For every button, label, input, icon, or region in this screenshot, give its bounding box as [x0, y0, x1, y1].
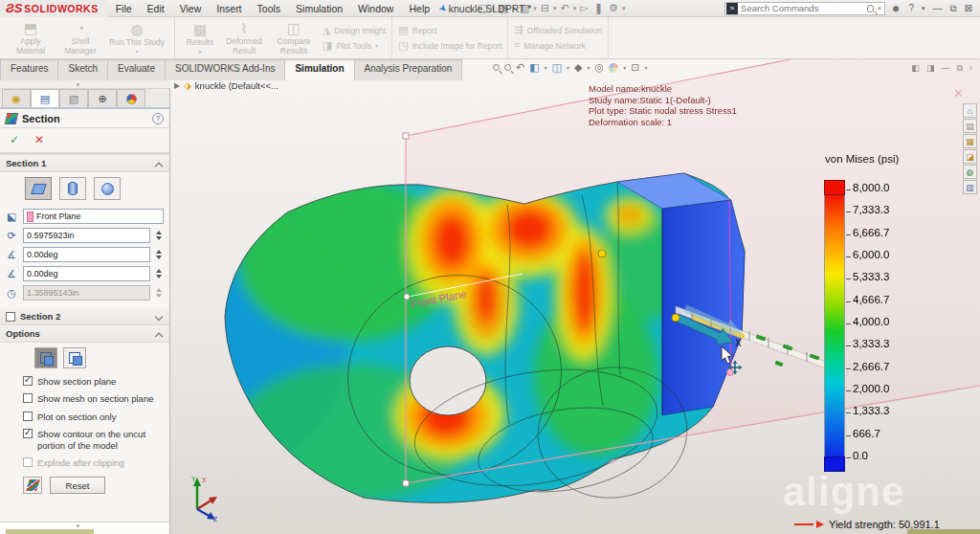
plane-corner-handle[interactable]	[403, 480, 409, 486]
previous-view-icon[interactable]: ↶	[516, 61, 524, 74]
section1-group-header[interactable]: Section 1	[0, 155, 169, 172]
help-icon[interactable]: ?	[908, 3, 914, 13]
show-contour-checkbox[interactable]	[23, 429, 33, 438]
hide-show-items-icon[interactable]: ◎	[595, 61, 605, 74]
tab-analysis-preparation[interactable]: Analysis Preparation	[354, 59, 463, 80]
compare-results-button[interactable]: ◫ Compare Results	[269, 20, 319, 56]
panel-splitter[interactable]	[0, 80, 170, 89]
task-pane-explorer-icon[interactable]: ◪	[963, 149, 977, 164]
menu-tools[interactable]: Tools	[250, 1, 289, 16]
search-icon[interactable]	[867, 5, 874, 12]
task-pane-library-icon[interactable]: ▦	[963, 134, 977, 148]
plane-corner-handle[interactable]	[403, 133, 409, 139]
section-view-icon[interactable]: ◧	[529, 61, 539, 74]
plot-on-section-option[interactable]: Plot on section only	[0, 408, 169, 425]
options-group-header[interactable]: Options	[0, 325, 169, 343]
close-preview-icon[interactable]: ✕	[953, 86, 964, 100]
report-button[interactable]: ▤ Report	[398, 24, 501, 36]
restore-button[interactable]: ⧉	[949, 3, 956, 14]
offset-spinner[interactable]	[154, 231, 164, 240]
pin-menu-icon[interactable]: ➤	[437, 2, 450, 15]
ok-button[interactable]: ✓	[10, 133, 19, 146]
open-icon[interactable]: ▤	[497, 2, 510, 14]
apply-material-button[interactable]: ⬒ Apply Material	[6, 20, 56, 56]
run-this-study-button[interactable]: ◍ Run This Study ▾	[105, 21, 168, 56]
graphics-viewport[interactable]: Front Plane X	[170, 59, 980, 534]
spherical-section-button[interactable]	[94, 177, 121, 200]
show-contour-option[interactable]: Show contour on the uncut portion of the…	[0, 425, 169, 454]
cylindrical-section-button[interactable]	[59, 177, 86, 200]
search-input[interactable]	[741, 3, 867, 13]
y-rotation-spinner[interactable]	[154, 269, 164, 278]
task-pane-resources-icon[interactable]: ▤	[963, 119, 977, 133]
menu-help[interactable]: Help	[401, 1, 437, 16]
feature-tree-flyout[interactable]: ▶ ⬗ knuckle (Default<<...	[174, 80, 278, 91]
show-mesh-option[interactable]: Show mesh on section plane	[0, 389, 169, 407]
edit-appearance-icon[interactable]	[609, 63, 618, 73]
expand-arrow-icon[interactable]: ▶	[174, 81, 180, 90]
zoom-to-area-icon[interactable]	[504, 64, 511, 71]
tab-simulation[interactable]: Simulation	[284, 59, 354, 80]
task-pane-home-icon[interactable]: ⌂	[963, 103, 977, 118]
menu-insert[interactable]: Insert	[209, 1, 249, 16]
property-manager-tab[interactable]: ▤	[31, 89, 59, 107]
results-button[interactable]: ▦ Results ▾	[181, 21, 219, 56]
doc-prev-icon[interactable]: ◧	[912, 63, 921, 74]
tree-item-label[interactable]: knuckle (Default<<...	[195, 80, 278, 91]
show-mesh-checkbox[interactable]	[23, 393, 33, 403]
plot-tools-button[interactable]: ◨ Plot Tools ▾	[323, 39, 386, 52]
options-gear-icon[interactable]: ⚙	[607, 2, 620, 14]
dimxpert-manager-tab[interactable]: ⊕	[88, 89, 117, 107]
planar-section-button[interactable]	[25, 177, 52, 200]
x-rotation-field[interactable]: 0.00deg	[23, 247, 150, 262]
new-document-icon[interactable]: ▢	[476, 2, 489, 14]
tab-features[interactable]: Features	[0, 59, 58, 80]
menu-simulation[interactable]: Simulation	[288, 1, 350, 16]
doc-next-icon[interactable]: ◨	[926, 63, 935, 74]
attach-icon[interactable]: ❚	[592, 2, 605, 14]
plane-drag-handle-dot[interactable]	[672, 314, 679, 322]
doc-minimize-icon[interactable]: —	[942, 63, 950, 74]
select-icon[interactable]: ▻	[578, 2, 590, 14]
undo-icon[interactable]: ↶	[559, 2, 571, 14]
deformed-result-button[interactable]: ⌇ Deformed Result	[219, 20, 269, 56]
tab-sketch[interactable]: Sketch	[57, 59, 108, 80]
plot-on-section-checkbox[interactable]	[23, 412, 33, 421]
task-pane-web-icon[interactable]: ◍	[963, 165, 977, 179]
menu-view[interactable]: View	[172, 1, 210, 16]
include-image-report-button[interactable]: ◳ Include Image for Report	[398, 39, 501, 52]
view-orientation-icon[interactable]: ◫	[552, 61, 562, 74]
show-section-plane-checkbox[interactable]	[23, 376, 33, 386]
cancel-button[interactable]: ✕	[34, 133, 44, 146]
plane-corner-dot[interactable]	[727, 369, 734, 376]
design-insight-button[interactable]: ◮ Design Insight	[323, 24, 386, 36]
section2-group-header[interactable]: Section 2	[0, 308, 169, 325]
zoom-to-fit-icon[interactable]	[493, 64, 500, 71]
reference-plane-field[interactable]: Front Plane	[23, 209, 164, 224]
manage-network-button[interactable]: ⌗ Manage Network	[514, 39, 602, 52]
save-icon[interactable]: ▥	[518, 2, 531, 14]
shell-manager-button[interactable]: ◔ Shell Manager	[56, 20, 105, 56]
offloaded-simulation-button[interactable]: ⇶ Offloaded Simulation	[514, 24, 602, 36]
feature-manager-tab[interactable]: ◉	[2, 89, 31, 107]
show-cap-button[interactable]	[63, 347, 86, 368]
display-manager-tab[interactable]	[117, 89, 145, 107]
search-commands-box[interactable]: » ▾	[724, 2, 885, 15]
reset-button[interactable]: Reset	[50, 477, 105, 494]
print-icon[interactable]: ⊟	[539, 2, 551, 14]
panel-splitter[interactable]	[0, 522, 170, 527]
section2-checkbox[interactable]	[6, 312, 15, 322]
menu-window[interactable]: Window	[350, 1, 401, 16]
show-intersection-button[interactable]	[34, 347, 57, 368]
tab-evaluate[interactable]: Evaluate	[107, 59, 166, 80]
configuration-manager-tab[interactable]: ▧	[59, 89, 88, 107]
plane-drag-handle-dot[interactable]	[598, 250, 606, 257]
tab-solidworks-add-ins[interactable]: SOLIDWORKS Add-Ins	[165, 59, 285, 80]
panel-help-icon[interactable]: ?	[152, 113, 164, 124]
search-scope-icon[interactable]: »	[726, 3, 738, 14]
offset-distance-field[interactable]: 0.5975923in	[23, 228, 150, 243]
menu-edit[interactable]: Edit	[140, 1, 172, 16]
doc-restore-icon[interactable]: ⧉	[957, 63, 963, 74]
task-pane-properties-icon[interactable]: ▥	[963, 180, 977, 194]
display-style-icon[interactable]: ◆	[574, 61, 582, 74]
